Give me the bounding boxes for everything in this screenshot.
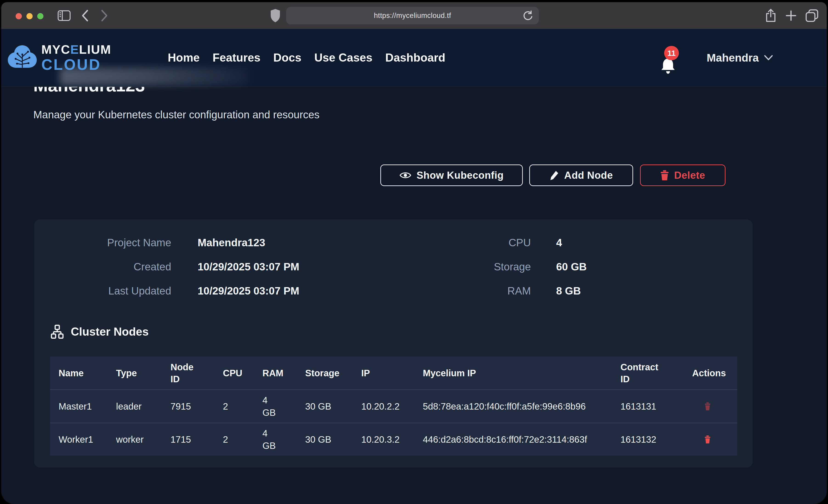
column-header: Name [58, 367, 116, 379]
node-type: worker [116, 433, 170, 446]
chevron-down-icon [764, 55, 773, 60]
brand-line2: CLOUD [41, 57, 111, 72]
cluster-nodes-heading: Cluster Nodes [50, 325, 149, 339]
node-mycelium-ip: 446:d2a6:8bcd:8c16:ff0f:72e2:3114:863f [423, 433, 620, 446]
cluster-nodes-table: Name Type Node ID CPU RAM Storage IP Myc… [50, 356, 737, 456]
table-row: Worker1 worker 1715 2 4 GB 30 GB 10.20.3… [50, 423, 737, 456]
nav-links: Home Features Docs Use Cases Dashboard [168, 51, 445, 64]
node-contract-id: 1613131 [620, 400, 692, 413]
node-ip: 10.20.2.2 [361, 400, 423, 413]
node-type: leader [116, 400, 170, 413]
show-kubeconfig-button[interactable]: Show Kubeconfig [380, 165, 523, 186]
node-storage: 30 GB [305, 433, 361, 446]
node-name: Master1 [58, 400, 116, 413]
cluster-info-panel: Project Name Mahendra123 Created 10/29/2… [34, 219, 753, 467]
delete-node-icon[interactable] [692, 402, 737, 411]
column-header: RAM [262, 367, 305, 379]
info-label: Storage [413, 260, 531, 273]
nav-link-home[interactable]: Home [168, 51, 200, 64]
delete-node-icon[interactable] [692, 435, 737, 444]
node-id: 1715 [170, 433, 223, 446]
info-label: Project Name [64, 237, 171, 249]
column-header: Storage [305, 367, 361, 379]
info-label: Created [64, 260, 171, 273]
pencil-icon [549, 170, 559, 180]
node-name: Worker1 [58, 433, 116, 446]
notifications-button[interactable]: 11 [660, 49, 681, 75]
brand-wordmark: MYCELIUM CLOUD [41, 43, 111, 72]
cluster-info-right: CPU 4 Storage 60 GB RAM 8 GB [413, 230, 694, 303]
info-label: Last Updated [64, 285, 171, 297]
column-header: Actions [692, 367, 737, 379]
nav-link-dashboard[interactable]: Dashboard [385, 51, 445, 64]
node-ram: 4 GB [262, 427, 277, 452]
user-name: Mahendra [707, 51, 759, 64]
table-header-row: Name Type Node ID CPU RAM Storage IP Myc… [50, 356, 737, 390]
node-ram: 4 GB [262, 394, 277, 419]
column-header: IP [361, 367, 423, 379]
delete-cluster-button[interactable]: Delete [640, 165, 726, 186]
table-row: Master1 leader 7915 2 4 GB 30 GB 10.20.2… [50, 390, 737, 423]
info-value: 10/29/2025 03:07 PM [198, 260, 359, 273]
node-ip: 10.20.3.2 [361, 433, 423, 446]
brand-logo[interactable]: MYCELIUM CLOUD [7, 43, 111, 72]
nav-link-docs[interactable]: Docs [273, 51, 301, 64]
nav-link-use-cases[interactable]: Use Cases [315, 51, 373, 64]
info-value: 4 [556, 237, 694, 249]
add-node-button[interactable]: Add Node [529, 165, 633, 186]
nav-link-features[interactable]: Features [213, 51, 260, 64]
column-header: CPU [223, 367, 262, 379]
cluster-nodes-title: Cluster Nodes [71, 325, 149, 338]
show-kubeconfig-label: Show Kubeconfig [416, 170, 503, 181]
page-subtitle: Manage your Kubernetes cluster configura… [33, 109, 320, 121]
add-node-label: Add Node [564, 170, 613, 181]
trash-icon [660, 170, 669, 180]
info-value: 8 GB [556, 285, 694, 297]
column-header: Mycelium IP [423, 367, 620, 379]
bell-icon [660, 58, 676, 75]
node-cpu: 2 [223, 433, 262, 446]
cluster-info-left: Project Name Mahendra123 Created 10/29/2… [64, 230, 359, 303]
node-cpu: 2 [223, 400, 262, 413]
info-value: Mahendra123 [198, 237, 359, 249]
info-label: RAM [413, 285, 531, 297]
notification-count-badge: 11 [664, 46, 679, 60]
info-value: 10/29/2025 03:07 PM [198, 285, 359, 297]
brand-line1: MYCELIUM [41, 43, 111, 55]
node-mycelium-ip: 5d8:78ea:a120:f40c:ff0f:a5fe:99e6:8b96 [423, 400, 620, 413]
network-nodes-icon [50, 325, 64, 339]
info-label: CPU [413, 237, 531, 249]
browser-window: https://myceliumcloud.tf [1, 2, 827, 504]
node-contract-id: 1613132 [620, 433, 692, 446]
node-storage: 30 GB [305, 400, 361, 413]
column-header: Node ID [170, 361, 197, 385]
column-header: Type [116, 367, 170, 379]
delete-label: Delete [674, 170, 705, 181]
user-menu[interactable]: Mahendra [707, 51, 773, 64]
site-navbar: MYCELIUM CLOUD Home Features Docs Use Ca… [1, 29, 827, 87]
mycelium-cloud-logo-icon [7, 45, 37, 71]
node-id: 7915 [170, 400, 223, 413]
column-header: Contract ID [620, 361, 660, 385]
eye-icon [400, 171, 411, 180]
info-value: 60 GB [556, 260, 694, 273]
